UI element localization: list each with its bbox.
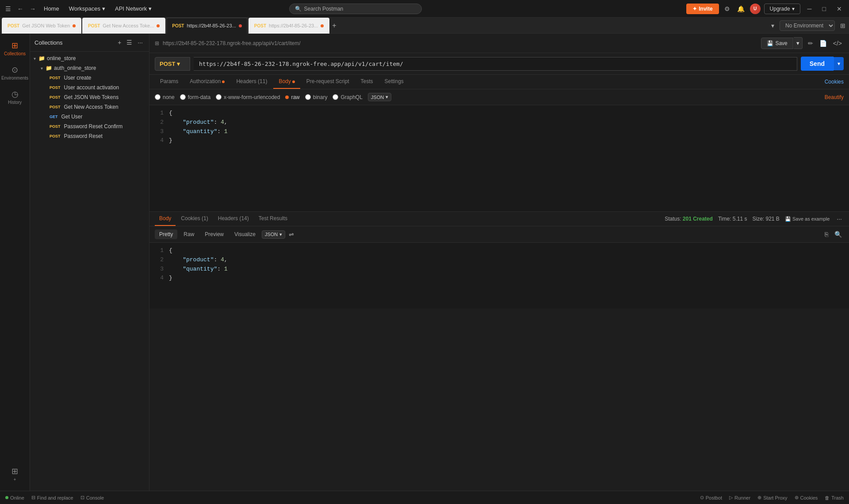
tab-dot-3 <box>239 24 242 27</box>
url-input[interactable] <box>194 57 797 71</box>
request-user-activation[interactable]: POST User account activation <box>30 83 149 92</box>
view-preview[interactable]: Preview <box>200 229 228 239</box>
workspaces-nav[interactable]: Workspaces ▾ <box>65 4 109 14</box>
tab-body[interactable]: Body <box>273 75 300 89</box>
avatar[interactable]: U <box>750 4 761 14</box>
request-password-reset[interactable]: POST Password Reset <box>30 131 149 141</box>
option-none[interactable]: none <box>155 94 175 100</box>
maximize-button[interactable]: □ <box>819 4 830 14</box>
new-tab-button[interactable]: + <box>330 20 338 31</box>
code-icon-button[interactable]: </> <box>831 38 844 49</box>
request-get-new-access-token[interactable]: POST Get New Access Token <box>30 102 149 112</box>
tab-3[interactable]: POST https://2b4f-85-26-23... <box>166 18 248 34</box>
copy-response-button[interactable]: ⎘ <box>823 229 830 240</box>
env-chevron-button[interactable]: ▾ <box>769 20 776 31</box>
sidebar-item-collections[interactable]: ⊞ Collections <box>2 37 28 60</box>
resp-tab-body[interactable]: Body <box>155 212 176 226</box>
view-raw[interactable]: Raw <box>179 229 199 239</box>
import-collection-button[interactable]: ☰ <box>125 37 134 48</box>
option-graphql[interactable]: GraphQL <box>333 94 362 100</box>
request-get-user[interactable]: GET Get User <box>30 112 149 122</box>
request-user-create[interactable]: POST User create <box>30 73 149 83</box>
notifications-button[interactable]: 🔔 <box>735 4 746 14</box>
new-collection-button[interactable]: + <box>116 37 123 48</box>
edit-icon-button[interactable]: ✏ <box>806 38 815 49</box>
option-urlencoded[interactable]: x-www-form-urlencoded <box>216 94 280 100</box>
resp-tab-cookies[interactable]: Cookies (1) <box>176 212 212 226</box>
send-dropdown-button[interactable]: ▾ <box>834 57 844 70</box>
tab-settings[interactable]: Settings <box>379 75 409 89</box>
tab-2[interactable]: POST Get New Access Toke... <box>82 18 165 34</box>
invite-button[interactable]: ✦ Invite <box>686 4 719 14</box>
collections-title: Collections <box>34 39 63 46</box>
code-line-4: 4 } <box>155 136 844 145</box>
beautify-button[interactable]: Beautify <box>825 94 844 100</box>
method-select[interactable]: POST ▾ <box>155 57 190 71</box>
back-button[interactable]: ← <box>15 4 25 14</box>
response-more-button[interactable]: ··· <box>835 214 844 224</box>
response-format-select[interactable]: JSON ▾ <box>262 230 285 239</box>
runner-button[interactable]: ▷ Runner <box>729 495 750 500</box>
doc-icon-button[interactable]: 📄 <box>818 38 829 49</box>
cookies-status-button[interactable]: ⊛ Cookies <box>795 495 818 500</box>
search-bar[interactable]: 🔍 Search Postman <box>289 4 422 14</box>
resp-tab-headers[interactable]: Headers (14) <box>214 212 253 226</box>
environment-select[interactable]: No Environment <box>780 20 835 31</box>
request-get-json-web-tokens[interactable]: POST Get JSON Web Tokens <box>30 92 149 102</box>
tab-pre-request[interactable]: Pre-request Script <box>301 75 355 89</box>
online-status[interactable]: Online <box>5 495 24 500</box>
tab-params[interactable]: Params <box>155 75 184 89</box>
option-binary[interactable]: binary <box>305 94 328 100</box>
sidebar-item-extensions[interactable]: ⊞ + <box>2 463 28 485</box>
runner-icon: ▷ <box>729 495 733 500</box>
json-format-select[interactable]: JSON ▾ <box>368 93 391 101</box>
send-button[interactable]: Send <box>801 57 834 71</box>
body-dot <box>292 80 295 83</box>
home-nav[interactable]: Home <box>40 4 63 14</box>
view-pretty[interactable]: Pretty <box>155 229 177 239</box>
trash-button[interactable]: 🗑 Trash <box>825 495 844 500</box>
request-body-editor[interactable]: 1 { 2 "product": 4, 3 "quantity": 1 4 } <box>149 105 849 211</box>
close-button[interactable]: ✕ <box>833 4 845 14</box>
wrap-lines-button[interactable]: ⇌ <box>287 229 296 240</box>
resp-tab-test-results[interactable]: Test Results <box>254 212 292 226</box>
tab-4[interactable]: POST https://2b4f-85-26-23... <box>249 18 330 34</box>
collections-icon: ⊞ <box>11 41 18 50</box>
more-collections-button[interactable]: ··· <box>136 37 145 48</box>
option-raw[interactable]: raw <box>285 94 299 100</box>
folder-auth-online-store[interactable]: ▾ 📁 auth_online_store <box>30 63 149 73</box>
upgrade-button[interactable]: Upgrade ▾ <box>764 4 800 14</box>
search-icon: 🔍 <box>295 6 302 12</box>
tab-dot-2 <box>157 24 160 27</box>
subfolder-chevron: ▾ <box>41 66 43 71</box>
resp-line-3: 3 "quantity": 1 <box>155 265 844 274</box>
proxy-icon: ⊕ <box>757 495 761 500</box>
search-response-button[interactable]: 🔍 <box>833 229 844 240</box>
cookies-link[interactable]: Cookies <box>825 79 844 85</box>
folder-online-store[interactable]: ▾ 📁 online_store <box>30 53 149 63</box>
console-button[interactable]: ⊡ Console <box>80 495 104 500</box>
minimize-button[interactable]: ─ <box>804 4 815 14</box>
api-network-nav[interactable]: API Network ▾ <box>111 4 155 14</box>
sidebar-item-environments[interactable]: ⊙ Environments <box>2 61 28 84</box>
hamburger-button[interactable]: ☰ <box>4 4 13 14</box>
env-settings-button[interactable]: ⊞ <box>838 20 847 31</box>
forward-button[interactable]: → <box>28 4 38 14</box>
tab-authorization[interactable]: Authorization <box>184 75 230 89</box>
start-proxy-button[interactable]: ⊕ Start Proxy <box>757 495 787 500</box>
option-form-data[interactable]: form-data <box>180 94 210 100</box>
method-badge-post-3: POST <box>48 95 62 100</box>
save-button[interactable]: 💾 Save <box>761 38 793 49</box>
sidebar-item-history[interactable]: ◷ History <box>2 86 28 108</box>
tab-tests[interactable]: Tests <box>355 75 378 89</box>
response-view-tabs: Pretty Raw Preview Visualize JSON ▾ ⇌ ⎘ … <box>149 226 849 243</box>
postbot-button[interactable]: ⊙ Postbot <box>700 495 722 500</box>
tab-1[interactable]: POST Get JSON Web Token <box>2 18 81 34</box>
view-visualize[interactable]: Visualize <box>230 229 260 239</box>
save-dropdown-button[interactable]: ▾ <box>794 37 803 49</box>
request-password-reset-confirm[interactable]: POST Password Reset Confirm <box>30 122 149 131</box>
find-replace-button[interactable]: ⊟ Find and replace <box>31 495 73 500</box>
tab-headers[interactable]: Headers (11) <box>231 75 272 89</box>
save-as-example-button[interactable]: 💾 Save as example <box>785 216 830 222</box>
settings-button[interactable]: ⚙ <box>723 4 732 14</box>
